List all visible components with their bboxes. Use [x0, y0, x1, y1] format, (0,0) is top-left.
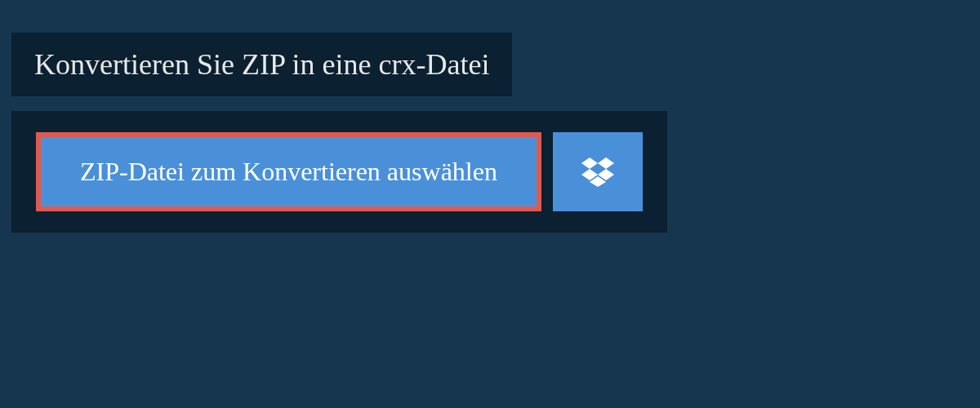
dropbox-icon	[581, 157, 614, 187]
page-title: Konvertieren Sie ZIP in eine crx-Datei	[34, 47, 489, 82]
page-header: Konvertieren Sie ZIP in eine crx-Datei	[11, 33, 512, 96]
select-file-button-label: ZIP-Datei zum Konvertieren auswählen	[80, 157, 497, 187]
select-file-button[interactable]: ZIP-Datei zum Konvertieren auswählen	[36, 132, 541, 211]
dropbox-button[interactable]	[553, 132, 643, 211]
file-select-panel: ZIP-Datei zum Konvertieren auswählen	[11, 111, 667, 233]
